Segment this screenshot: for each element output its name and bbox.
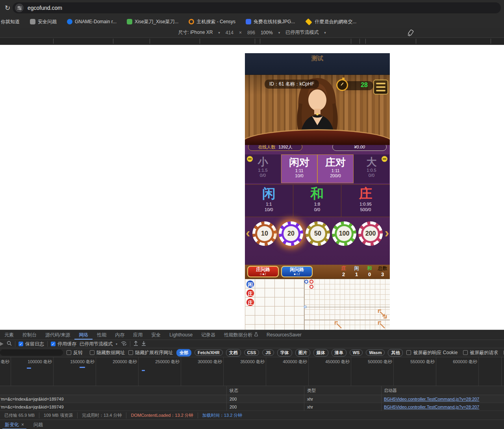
filter-pill-字体[interactable]: 字体 — [277, 349, 292, 357]
tab-内存[interactable]: 内存 — [111, 330, 129, 340]
table-row[interactable]: ?m=&c=Index&a=jqr&kid=189749200xhrBGH5Vi… — [0, 395, 504, 403]
filter-pill-媒体[interactable]: 媒体 — [313, 349, 328, 357]
record-icon[interactable] — [0, 342, 4, 346]
eye-road-dot — [309, 280, 313, 284]
filter-checkbox[interactable]: 被屏蔽的响应 Cookie — [406, 349, 458, 356]
close-icon[interactable]: × — [21, 422, 24, 427]
bookmark-item[interactable]: 主机搜索 - Censys — [189, 19, 235, 25]
bookmark-favicon — [127, 19, 132, 24]
network-filter-input[interactable] — [0, 349, 63, 356]
network-throttle-select[interactable]: 已停用节流模式 — [80, 341, 113, 347]
chip-20[interactable]: 20 — [279, 221, 303, 246]
bet-amount: 200/0 — [318, 173, 353, 178]
stat-label: 和 — [363, 266, 376, 271]
filter-pill-图片[interactable]: 图片 — [295, 349, 310, 357]
network-timeline[interactable]: 50000 毫秒100000 毫秒150000 毫秒200000 毫秒25000… — [0, 357, 504, 386]
table-header-row: 状态类型启动器 — [0, 386, 504, 395]
main-bet-cell[interactable]: 和1:80/0 — [293, 185, 342, 217]
site-info-icon[interactable] — [15, 4, 24, 12]
tab-Lighthouse[interactable]: Lighthouse — [165, 330, 197, 340]
tab-性能[interactable]: 性能 — [93, 330, 111, 340]
stat-value: 3 — [376, 271, 389, 278]
hide-extension-urls-checkbox[interactable]: 隐藏扩展程序网址 — [128, 349, 173, 356]
filter-pill-Fetch/XHR[interactable]: Fetch/XHR — [195, 349, 223, 356]
chip-100[interactable]: 100 — [332, 221, 356, 246]
table-row[interactable]: ?m=&c=Index&a=jqr&kid=189749200xhrBGH5Vi… — [0, 403, 504, 411]
search-icon[interactable] — [7, 341, 12, 347]
main-bet-cell[interactable]: 闲1:110/0 — [245, 185, 293, 217]
drawer-tab-问题[interactable]: 问题 — [29, 420, 48, 429]
column-header[interactable]: 类型 — [307, 388, 316, 394]
column-divider[interactable] — [304, 386, 304, 411]
chips-next-arrow[interactable]: › — [385, 225, 389, 240]
column-header[interactable]: 状态 — [230, 388, 238, 394]
device-height-field[interactable]: 896 — [247, 30, 255, 35]
disable-cache-checkbox[interactable]: ✓停用缓存 — [51, 341, 76, 347]
bookmark-item[interactable]: Xise菜刀_Xise菜刀... — [127, 19, 178, 25]
stat-value: 2 — [337, 271, 350, 278]
banker-road-button[interactable]: 庄问路 ○●/ — [247, 266, 279, 277]
preserve-log-checkbox[interactable]: ✓保留日志 — [19, 341, 44, 347]
tab-源代码/来源[interactable]: 源代码/来源 — [41, 330, 74, 340]
expand-arrow-icon[interactable] — [378, 310, 387, 318]
address-bar[interactable]: egcofund.com — [13, 2, 501, 13]
hide-data-urls-checkbox[interactable]: 隐藏数据网址 — [90, 349, 125, 356]
filter-pill-CSS[interactable]: CSS — [244, 349, 259, 356]
chip-50[interactable]: 50 — [306, 221, 330, 246]
network-conditions-icon[interactable] — [120, 341, 127, 347]
minus-icon[interactable] — [247, 156, 253, 162]
player-road-button[interactable]: 闲问路 ●○/ — [281, 266, 313, 277]
invert-checkbox[interactable]: 反转 — [67, 349, 83, 356]
tab-安全[interactable]: 安全 — [147, 330, 165, 340]
filter-pill-清单[interactable]: 清单 — [332, 349, 346, 357]
initiator-link[interactable]: BGH5Video.controller.TestCommand.js?v=28… — [384, 397, 479, 401]
throttle-select[interactable]: 已停用节流模式 — [285, 29, 319, 36]
chip-10[interactable]: 10 — [252, 221, 277, 246]
tab-性能数据分析[interactable]: 性能数据分析 — [220, 330, 262, 340]
initiator-link[interactable]: BGH5Video.controller.TestCommand.js?v=28… — [384, 405, 479, 409]
column-header[interactable]: 启动器 — [384, 388, 397, 394]
bookmark-item[interactable]: 安全问题 — [30, 19, 57, 25]
filter-checkbox[interactable]: 被屏蔽的请求 — [463, 349, 498, 356]
tab-网络[interactable]: 网络 — [74, 330, 93, 340]
zoom-select[interactable]: 100% — [261, 30, 273, 35]
bookmark-item[interactable]: 你就知道 — [1, 19, 20, 25]
expand-arrow-icon[interactable] — [335, 321, 343, 330]
bookmark-item[interactable]: GNAME-Domain r... — [67, 19, 117, 24]
column-divider[interactable] — [381, 386, 382, 411]
tab-label: 记录器 — [201, 332, 215, 338]
import-har-icon[interactable] — [133, 341, 138, 347]
filter-pill-文档[interactable]: 文档 — [226, 349, 241, 357]
tab-ResourcesSaver[interactable]: ResourcesSaver — [262, 330, 306, 340]
main-bet-cell[interactable]: 庄1:0.95500/0 — [341, 185, 390, 217]
drawer-tab-新变化[interactable]: 新变化× — [0, 420, 29, 429]
betting-panel: 在线人数 1392人 ¥0.00 小1:1.50/0闲对1:1110/0庄对1:… — [245, 142, 390, 265]
side-bet-cell[interactable]: 庄对1:11200/0 — [317, 154, 354, 183]
side-bet-cell[interactable]: 闲对1:1110/0 — [281, 154, 317, 183]
filter-pill-WS[interactable]: WS — [350, 349, 363, 356]
device-select[interactable]: 尺寸: iPhone XR — [178, 29, 213, 36]
filter-pill-JS[interactable]: JS — [262, 349, 274, 356]
bookmark-item[interactable]: 免费在线转换JPG... — [246, 19, 295, 25]
filter-pill-其他[interactable]: 其他 — [388, 349, 403, 357]
device-width-field[interactable]: 414 — [226, 30, 233, 35]
tab-应用[interactable]: 应用 — [129, 330, 147, 340]
request-initiator: BGH5Video.controller.TestCommand.js?v=28… — [384, 397, 502, 401]
chip-200[interactable]: 200 — [358, 221, 383, 246]
expand-arrow-icon[interactable] — [378, 321, 387, 330]
chips-prev-arrow[interactable]: ‹ — [246, 225, 250, 240]
bet-name: 庄 — [341, 186, 390, 201]
column-divider[interactable] — [226, 386, 227, 411]
export-har-icon[interactable] — [141, 341, 146, 347]
filter-pill-Wasm[interactable]: Wasm — [366, 349, 385, 356]
filter-pill-全部[interactable]: 全部 — [176, 349, 191, 357]
bookmark-item[interactable]: 什麼是合約網格交... — [305, 19, 356, 25]
tab-控制台[interactable]: 控制台 — [18, 330, 41, 340]
minus-icon[interactable] — [382, 156, 387, 162]
rotate-device-icon[interactable] — [407, 29, 414, 37]
menu-button[interactable] — [373, 80, 388, 95]
room-info-badge: ID：61 名称：kCpHF — [265, 80, 319, 89]
tab-记录器[interactable]: 记录器 — [197, 330, 220, 340]
reload-icon[interactable]: ↻ — [3, 4, 12, 13]
tab-元素[interactable]: 元素 — [0, 330, 18, 340]
